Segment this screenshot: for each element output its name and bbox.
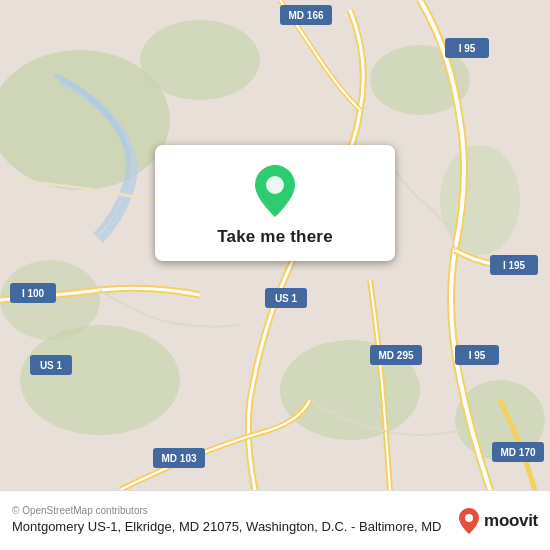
svg-text:I 95: I 95: [459, 43, 476, 54]
svg-text:MD 103: MD 103: [161, 453, 196, 464]
map-container: I 95 I 95 I 195 US 1 US 1 US 1 I 100 MD …: [0, 0, 550, 490]
svg-text:I 95: I 95: [469, 350, 486, 361]
take-me-there-button[interactable]: Take me there: [155, 145, 395, 261]
svg-text:I 100: I 100: [22, 288, 45, 299]
svg-text:US 1: US 1: [40, 360, 63, 371]
map-pin-icon: [251, 163, 299, 219]
moovit-brand-text: moovit: [484, 511, 538, 531]
svg-text:MD 295: MD 295: [378, 350, 413, 361]
moovit-logo: moovit: [458, 507, 538, 535]
svg-text:I 195: I 195: [503, 260, 526, 271]
attribution-text: © OpenStreetMap contributors: [12, 505, 448, 516]
svg-point-6: [20, 325, 180, 435]
svg-point-2: [140, 20, 260, 100]
address-text: Montgomery US-1, Elkridge, MD 21075, Was…: [12, 519, 448, 536]
svg-text:MD 166: MD 166: [288, 10, 323, 21]
svg-point-32: [465, 514, 473, 522]
svg-text:MD 170: MD 170: [500, 447, 535, 458]
svg-point-31: [266, 176, 284, 194]
footer-left: © OpenStreetMap contributors Montgomery …: [12, 505, 448, 536]
moovit-pin-icon: [458, 507, 480, 535]
button-label: Take me there: [217, 227, 333, 247]
footer: © OpenStreetMap contributors Montgomery …: [0, 490, 550, 550]
svg-text:US 1: US 1: [275, 293, 298, 304]
